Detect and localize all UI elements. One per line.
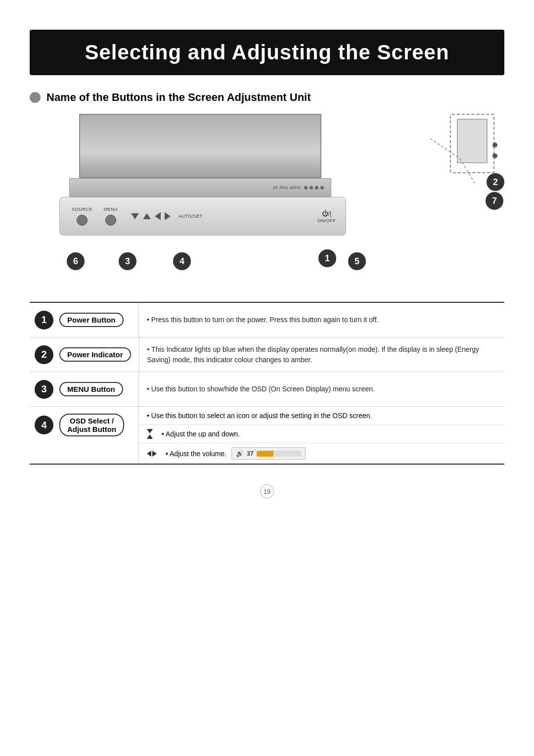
row4-sub-lr-text: Adjust the volume. (166, 450, 226, 458)
volume-bar-fill (257, 451, 273, 457)
volume-bar-background (257, 451, 301, 457)
monitor-base: 30.0Hz 40Hz (69, 178, 331, 197)
row4-label-line2: Adjust Button (67, 425, 116, 433)
arrow-up-small-icon (147, 434, 153, 439)
row4-num: 4 (35, 416, 53, 434)
row1-num: 1 (35, 311, 53, 330)
row3-num: 3 (35, 380, 53, 399)
row4-sub-ud: Adjust the up and down. (139, 425, 504, 443)
row4-sub-lr: Adjust the volume. 🔊 37 (139, 443, 504, 464)
diagram-num-3: 3 (119, 252, 136, 270)
row4-label-line1: OSD Select / (70, 417, 114, 425)
row2-num: 2 (35, 345, 53, 364)
diagram-num-1: 1 (318, 249, 336, 267)
row3-label: MENU Button (59, 382, 123, 396)
arrow-up-icon[interactable] (143, 213, 151, 219)
row4-label: OSD Select / Adjust Button (59, 414, 124, 436)
page-number: 19 (260, 484, 274, 498)
row1-right: Press this button to turn on the power. … (138, 303, 504, 337)
arrows-lr-icon (147, 451, 157, 457)
source-button[interactable] (77, 215, 88, 226)
arrow-down-small-icon (147, 429, 153, 433)
row2-desc: This Indicator lights up blue when the d… (147, 344, 496, 365)
arrow-right-small-icon (152, 451, 157, 457)
source-label: Source (72, 207, 92, 212)
table-row-1: 1 Power Button Press this button to turn… (30, 303, 504, 337)
diagram-num-2: 2 (487, 173, 504, 191)
arrows-ud-icon (147, 429, 153, 439)
menu-label: Menu (104, 207, 118, 212)
monitor-dot (315, 186, 318, 189)
arrow-down-icon[interactable] (131, 213, 139, 219)
page-number-area: 19 (0, 484, 534, 498)
title-banner: Selecting and Adjusting the Screen (30, 30, 504, 75)
diagram-num-5: 5 (348, 252, 366, 270)
section-heading-text: Name of the Buttons in the Screen Adjust… (46, 91, 311, 104)
row4-right: Use this button to select an icon or adj… (138, 407, 504, 464)
row4-sub-ud-text: Adjust the up and down. (162, 430, 240, 438)
monitor-dot (310, 186, 313, 189)
power-symbol-icon: ⏻/| (322, 210, 332, 217)
row4-main-desc: Use this button to select an icon or adj… (139, 407, 504, 425)
row3-desc: Use this button to show/hide the OSD (On… (147, 384, 496, 394)
section-bullet-icon (30, 92, 41, 103)
volume-indicator: 🔊 37 (231, 447, 305, 460)
section-heading: Name of the Buttons in the Screen Adjust… (30, 91, 504, 104)
monitor-dot (304, 186, 308, 189)
row2-label: Power Indicator (59, 347, 131, 362)
page-title: Selecting and Adjusting the Screen (49, 41, 485, 64)
table-row-3: 3 MENU Button Use this button to show/hi… (30, 372, 504, 407)
autoset-group: Auto/Set (178, 214, 203, 219)
volume-speaker-icon: 🔊 (236, 450, 244, 457)
monitor-dots (304, 186, 324, 189)
diagram-num-4: 4 (173, 252, 191, 270)
row1-left: 1 Power Button (30, 303, 138, 337)
row2-left: 2 Power Indicator (30, 337, 139, 372)
arrow-left-icon[interactable] (155, 212, 161, 220)
monitor-base-label: 30.0Hz 40Hz (272, 185, 301, 190)
monitor-screen (79, 114, 321, 178)
row1-label: Power Button (59, 313, 124, 327)
corner-inner-device (457, 119, 488, 163)
diagram-num-6: 6 (67, 252, 85, 270)
table-row-2: 2 Power Indicator This Indicator lights … (30, 337, 504, 372)
volume-number: 37 (247, 450, 253, 457)
autoset-label: Auto/Set (178, 214, 203, 219)
row4-left: 4 OSD Select / Adjust Button (30, 407, 138, 442)
onoff-group: ⏻/| On/Off (317, 210, 336, 223)
diagram-num-7: 7 (486, 192, 503, 210)
monitor-illustration: 30.0Hz 40Hz (69, 114, 331, 197)
row1-desc: Press this button to turn on the power. … (147, 315, 496, 325)
diagram-area: 30.0Hz 40Hz Source Menu (30, 109, 504, 297)
corner-device: 2 7 (425, 109, 504, 208)
monitor-dot (320, 186, 324, 189)
menu-button[interactable] (105, 215, 116, 226)
direction-arrows (131, 212, 171, 220)
menu-btn-group: Menu (98, 207, 123, 226)
source-btn-group: Source (70, 207, 94, 226)
description-table: 1 Power Button Press this button to turn… (30, 302, 504, 465)
arrow-left-small-icon (147, 451, 151, 457)
arrow-right-icon[interactable] (165, 212, 171, 220)
row3-right: Use this button to show/hide the OSD (On… (138, 372, 504, 406)
corner-indicator-dot2 (492, 153, 497, 158)
table-row-4: 4 OSD Select / Adjust Button Use this bu… (30, 407, 504, 464)
row2-right: This Indicator lights up blue when the d… (139, 337, 504, 372)
corner-indicator-dot1 (492, 142, 497, 147)
row3-left: 3 MENU Button (30, 372, 138, 406)
button-bar: Source Menu Auto/Set ⏻/| On/Off (59, 197, 346, 236)
onoff-label: On/Off (317, 218, 336, 223)
